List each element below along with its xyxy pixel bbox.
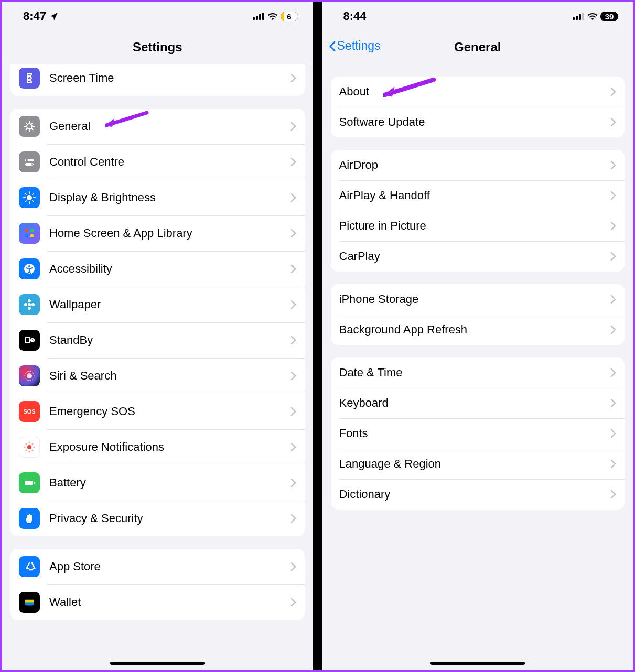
status-time: 8:44 [343,9,367,23]
chevron-right-icon [610,326,616,334]
battery-indicator: 39 [600,12,618,21]
row-exposure[interactable]: Exposure Notifications [10,429,305,465]
hourglass-icon [19,68,40,89]
row-siri[interactable]: Siri & Search [10,358,305,394]
row-privacy[interactable]: Privacy & Security [10,501,305,536]
row-control-centre[interactable]: Control Centre [10,144,305,180]
row-label: General [49,120,290,133]
chevron-right-icon [290,443,296,451]
sos-icon [19,401,40,422]
appstore-icon [19,556,40,577]
nav-header: Settings General [322,25,633,64]
row-label: Privacy & Security [49,512,290,525]
chevron-right-icon [610,88,616,96]
chevron-right-icon [290,562,296,571]
flower-icon [19,294,40,315]
page-title: General [454,40,501,55]
cellular-icon [573,9,585,23]
row-software-update[interactable]: Software Update [331,107,625,137]
row-label: Date & Time [339,366,611,380]
row-label: Wallet [49,595,290,609]
row-label: AirDrop [339,158,611,172]
row-wallpaper[interactable]: Wallpaper [10,287,305,322]
nav-header: Settings [2,25,313,64]
row-label: Exposure Notifications [49,440,290,454]
settings-list[interactable]: Screen Time GeneralControl CentreDisplay… [2,64,313,670]
row-label: AirPlay & Handoff [339,189,611,202]
location-icon [49,12,58,21]
chevron-right-icon [610,191,616,200]
row-label: About [339,85,611,99]
status-bar: 8:47 6 [2,2,313,25]
exposure-icon [19,437,40,458]
row-standby[interactable]: StandBy [10,322,305,358]
row-carplay[interactable]: CarPlay [331,241,625,272]
row-label: Picture in Picture [339,219,611,233]
chevron-right-icon [290,229,296,237]
chevron-right-icon [290,372,296,380]
row-pip[interactable]: Picture in Picture [331,211,625,241]
sun-icon [19,187,40,208]
row-label: Battery [49,476,290,490]
home-indicator[interactable] [430,662,525,665]
row-bg-refresh[interactable]: Background App Refresh [331,315,625,345]
row-screentime[interactable]: Screen Time [10,64,305,96]
row-dictionary[interactable]: Dictionary [331,479,625,510]
chevron-right-icon [290,336,296,344]
chevron-right-icon [290,158,296,166]
row-wallet[interactable]: Wallet [10,584,305,620]
row-label: Accessibility [49,262,290,276]
gear-icon [19,116,40,137]
general-list[interactable]: AboutSoftware UpdateAirDropAirPlay & Han… [322,64,633,670]
row-home-screen[interactable]: Home Screen & App Library [10,215,305,251]
row-battery[interactable]: Battery [10,465,305,501]
wifi-icon [268,9,277,23]
status-bar: 8:44 39 [322,2,633,25]
row-label: Control Centre [49,155,290,169]
row-storage[interactable]: iPhone Storage [331,284,625,315]
grid-icon [19,223,40,244]
row-label: Keyboard [339,396,611,410]
row-airdrop[interactable]: AirDrop [331,150,625,180]
row-label: Background App Refresh [339,323,611,337]
row-label: Emergency SOS [49,405,290,418]
row-display[interactable]: Display & Brightness [10,180,305,215]
status-time: 8:47 [23,9,46,23]
row-language[interactable]: Language & Region [331,449,625,479]
row-date-time[interactable]: Date & Time [331,357,625,388]
row-fonts[interactable]: Fonts [331,418,625,449]
row-label: Display & Brightness [49,191,290,204]
row-label: CarPlay [339,250,611,263]
chevron-right-icon [610,460,616,468]
row-label: Home Screen & App Library [49,226,290,240]
chevron-right-icon [290,265,296,273]
general-screen: 8:44 39 Settings General AboutSoftware U… [322,2,633,670]
clock-icon [19,330,40,351]
wifi-icon [588,9,597,23]
row-label: Wallpaper [49,298,290,311]
row-airplay[interactable]: AirPlay & Handoff [331,180,625,211]
row-general[interactable]: General [10,109,305,144]
chevron-right-icon [290,514,296,523]
back-button[interactable]: Settings [329,39,381,53]
chevron-right-icon [610,161,616,169]
row-accessibility[interactable]: Accessibility [10,251,305,287]
chevron-right-icon [290,407,296,416]
siri-icon [19,365,40,386]
page-title: Settings [133,40,182,55]
home-indicator[interactable] [110,662,205,665]
row-keyboard[interactable]: Keyboard [331,388,625,418]
back-label: Settings [337,39,381,53]
row-appstore[interactable]: App Store [10,549,305,584]
chevron-right-icon [290,479,296,487]
chevron-right-icon [290,122,296,131]
row-sos[interactable]: Emergency SOS [10,394,305,429]
chevron-right-icon [610,295,616,304]
chevron-right-icon [290,300,296,309]
row-label: iPhone Storage [339,292,611,306]
row-label: Screen Time [49,71,290,85]
chevron-right-icon [290,193,296,202]
row-about[interactable]: About [331,77,625,107]
row-label: Software Update [339,115,611,129]
chevron-right-icon [290,598,296,606]
